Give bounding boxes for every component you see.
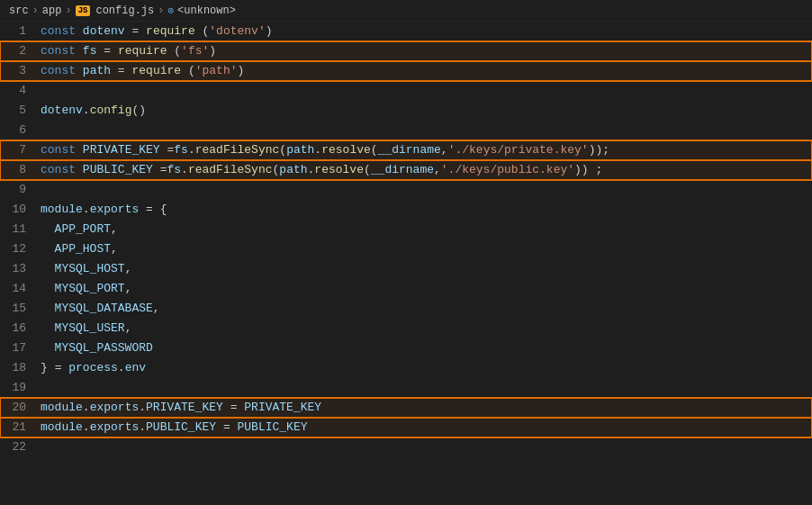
line-number-7: 7 <box>0 140 41 160</box>
line-number-11: 11 <box>0 220 41 239</box>
line-number-9: 9 <box>0 180 41 200</box>
line-number-19: 19 <box>0 378 41 398</box>
code-line-3: 3 const path = require ('path') <box>0 61 812 81</box>
code-line-16: 16 MYSQL_USER, <box>0 319 812 338</box>
code-line-22: 22 <box>0 437 812 457</box>
code-line-21: 21 module.exports.PUBLIC_KEY = PUBLIC_KE… <box>0 418 812 437</box>
line-number-22: 22 <box>0 437 41 457</box>
breadcrumb-app: app <box>42 5 62 17</box>
line-number-2: 2 <box>0 41 41 61</box>
line-content-9 <box>41 180 812 200</box>
code-line-5: 5 dotenv.config() <box>0 101 812 121</box>
code-line-2: 2 const fs = require ('fs') <box>0 41 812 61</box>
line-content-20: module.exports.PRIVATE_KEY = PRIVATE_KEY <box>41 398 812 418</box>
code-line-11: 11 APP_PORT, <box>0 220 812 239</box>
line-content-18: } = process.env <box>41 358 812 378</box>
code-line-4: 4 <box>0 81 812 101</box>
breadcrumb-bar: src › app › JS config.js › ⊙ <unknown> <box>0 0 812 22</box>
code-line-14: 14 MYSQL_PORT, <box>0 279 812 299</box>
line-content-1: const dotenv = require ('dotenv') <box>41 22 812 41</box>
line-number-8: 8 <box>0 160 41 180</box>
code-line-12: 12 APP_HOST, <box>0 239 812 259</box>
line-number-6: 6 <box>0 121 41 140</box>
code-line-7: 7 const PRIVATE_KEY =fs.readFileSync(pat… <box>0 140 812 160</box>
line-content-13: MYSQL_HOST, <box>41 259 812 279</box>
line-number-17: 17 <box>0 338 41 358</box>
line-number-3: 3 <box>0 61 41 81</box>
breadcrumb-sep2: › <box>65 5 71 17</box>
code-line-1: 1 const dotenv = require ('dotenv') <box>0 22 812 41</box>
breadcrumb-sep3: › <box>158 5 164 17</box>
code-line-19: 19 <box>0 378 812 398</box>
code-line-13: 13 MYSQL_HOST, <box>0 259 812 279</box>
line-number-12: 12 <box>0 239 41 259</box>
line-number-16: 16 <box>0 319 41 338</box>
line-number-14: 14 <box>0 279 41 299</box>
code-line-9: 9 <box>0 180 812 200</box>
code-line-15: 15 MYSQL_DATABASE, <box>0 299 812 319</box>
code-line-8: 8 const PUBLIC_KEY =fs.readFileSync(path… <box>0 160 812 180</box>
line-content-10: module.exports = { <box>41 200 812 220</box>
line-content-7: const PRIVATE_KEY =fs.readFileSync(path.… <box>41 140 812 160</box>
breadcrumb-sym-icon: ⊙ <box>167 5 174 16</box>
line-content-4 <box>41 81 812 101</box>
line-content-3: const path = require ('path') <box>41 61 812 81</box>
line-number-1: 1 <box>0 22 41 41</box>
line-content-16: MYSQL_USER, <box>41 319 812 338</box>
line-number-4: 4 <box>0 81 41 101</box>
code-line-20: 20 module.exports.PRIVATE_KEY = PRIVATE_… <box>0 398 812 418</box>
breadcrumb-sep1: › <box>32 5 39 17</box>
line-number-21: 21 <box>0 418 41 437</box>
code-line-18: 18 } = process.env <box>0 358 812 378</box>
code-line-10: 10 module.exports = { <box>0 200 812 220</box>
breadcrumb-symbol: <unknown> <box>177 5 236 17</box>
line-content-22 <box>41 437 812 457</box>
line-content-5: dotenv.config() <box>41 101 812 121</box>
line-content-8: const PUBLIC_KEY =fs.readFileSync(path.r… <box>41 160 812 180</box>
line-content-6 <box>41 121 812 140</box>
line-number-20: 20 <box>0 398 41 418</box>
line-number-18: 18 <box>0 358 41 378</box>
line-content-19 <box>41 378 812 398</box>
line-number-13: 13 <box>0 259 41 279</box>
line-content-15: MYSQL_DATABASE, <box>41 299 812 319</box>
line-content-12: APP_HOST, <box>41 239 812 259</box>
line-content-21: module.exports.PUBLIC_KEY = PUBLIC_KEY <box>41 418 812 437</box>
line-content-2: const fs = require ('fs') <box>41 41 812 61</box>
line-content-11: APP_PORT, <box>41 220 812 239</box>
breadcrumb-file: config.js <box>95 5 154 17</box>
line-number-5: 5 <box>0 101 41 121</box>
breadcrumb-src: src <box>9 5 29 17</box>
code-line-6: 6 <box>0 121 812 140</box>
line-number-10: 10 <box>0 200 41 220</box>
line-content-17: MYSQL_PASSWORD <box>41 338 812 358</box>
line-content-14: MYSQL_PORT, <box>41 279 812 299</box>
js-file-icon: JS <box>76 5 91 16</box>
code-line-17: 17 MYSQL_PASSWORD <box>0 338 812 358</box>
code-editor: 1 const dotenv = require ('dotenv') 2 co… <box>0 22 812 505</box>
line-number-15: 15 <box>0 299 41 319</box>
